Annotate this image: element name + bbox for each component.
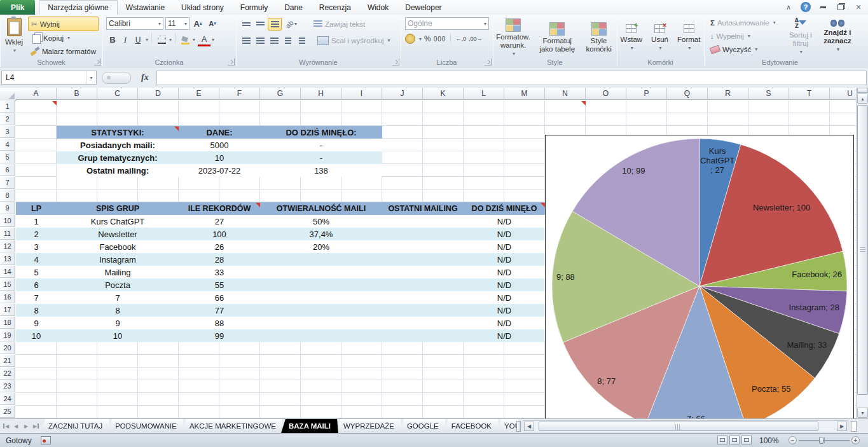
row-header-22[interactable]: 22 [0, 368, 15, 380]
vertical-scrollbar[interactable]: ▴ ▾ [856, 88, 868, 418]
cell[interactable]: N/D [464, 266, 545, 279]
cell[interactable]: 7 [16, 291, 57, 304]
sheet-tab-podsumowanie[interactable]: PODSUMOWANIE [107, 419, 184, 433]
column-header-u[interactable]: U [830, 88, 856, 100]
sheet-tab-wyprzeda-e[interactable]: WYPRZEDAŻE [336, 419, 402, 433]
cell[interactable]: 3 [16, 240, 57, 253]
grow-font-button[interactable]: A▴ [191, 18, 204, 29]
ribbon-tab-deweloper[interactable]: Deweloper [397, 0, 450, 15]
main-header-ostatni-mailing[interactable]: OSTATNI MAILING [382, 202, 464, 215]
cell[interactable]: 8 [57, 304, 179, 317]
accounting-dropdown-icon[interactable]: ▾ [419, 36, 422, 42]
scroll-right-button[interactable]: ▶ [837, 422, 847, 431]
underline-dropdown-icon[interactable]: ▾ [146, 37, 148, 43]
stats-label-cell[interactable]: Grup tematycznych: [57, 151, 179, 164]
cell[interactable]: 6 [16, 279, 57, 291]
cell[interactable]: 4 [16, 253, 57, 266]
ribbon-tab-uk-ad-strony[interactable]: Układ strony [173, 0, 232, 15]
row-header-11[interactable]: 11 [0, 228, 15, 240]
paste-button[interactable]: Wklej ▾ [0, 16, 28, 55]
column-header-r[interactable]: R [708, 88, 748, 100]
ribbon-tab-recenzja[interactable]: Recenzja [311, 0, 359, 15]
font-size-select[interactable]: 11 ▾ [165, 17, 189, 30]
stats-days-cell[interactable]: - [260, 151, 382, 164]
cell[interactable]: N/D [464, 279, 545, 291]
align-middle-button[interactable] [254, 18, 266, 30]
merge-center-button[interactable]: Scal i wyśrodkuj ▾ [315, 34, 392, 47]
cell[interactable]: Mailing [57, 266, 179, 279]
column-header-f[interactable]: F [219, 88, 260, 100]
cell[interactable]: N/D [464, 253, 545, 266]
dialog-launcher-number[interactable] [485, 58, 492, 65]
format-as-table-button[interactable]: Formatuj jako tabelę [536, 20, 578, 53]
cell[interactable]: N/D [464, 215, 545, 228]
underline-button[interactable]: U [132, 34, 144, 46]
cell[interactable] [382, 317, 464, 329]
cell[interactable]: 50% [260, 215, 382, 228]
cell[interactable]: Kurs ChatGPT [57, 215, 179, 228]
cell[interactable]: N/D [464, 317, 545, 329]
column-header-b[interactable]: B [57, 88, 97, 100]
column-header-p[interactable]: P [626, 88, 667, 100]
cell[interactable]: Instagram [57, 253, 179, 266]
sheet-tab-facebook[interactable]: FACEBOOK [444, 419, 499, 433]
cell[interactable] [382, 215, 464, 228]
fill-color-dropdown-icon[interactable]: ▾ [193, 37, 195, 43]
ribbon-tab-narz-dzia-g-wne[interactable]: Narzędzia główne [39, 0, 117, 15]
cell[interactable] [260, 317, 382, 329]
cell[interactable]: 10 [57, 329, 179, 342]
column-header-s[interactable]: S [748, 88, 789, 100]
vertical-split-handle[interactable] [857, 88, 868, 93]
cell[interactable]: 28 [179, 253, 260, 266]
stats-value-cell[interactable]: 2023-07-22 [179, 164, 260, 177]
scroll-left-button[interactable]: ◀ [524, 422, 534, 431]
cell[interactable]: 9 [16, 317, 57, 329]
fill-button[interactable]: ↓ Wypełnij ▾ [708, 29, 778, 43]
row-header-14[interactable]: 14 [0, 266, 15, 278]
bold-button[interactable]: B [106, 34, 119, 46]
row-header-13[interactable]: 13 [0, 253, 15, 265]
row-header-8[interactable]: 8 [0, 189, 15, 202]
cell-styles-button[interactable]: Style komórki [581, 20, 617, 53]
dialog-launcher-alignment[interactable] [392, 58, 399, 65]
increase-decimal-button[interactable]: ←,0 [455, 36, 466, 42]
cell[interactable]: 66 [179, 291, 260, 304]
cell[interactable]: 100 [179, 228, 260, 240]
row-header-2[interactable]: 2 [0, 113, 15, 125]
previous-sheet-button[interactable]: ◀ [11, 421, 20, 431]
row-header-6[interactable]: 6 [0, 164, 15, 176]
column-header-j[interactable]: J [382, 88, 423, 100]
number-format-select[interactable]: Ogólne ▾ [405, 17, 489, 30]
sheet-tab-google[interactable]: GOOGLE [399, 419, 446, 433]
scroll-down-button[interactable]: ▾ [857, 408, 868, 418]
column-header-g[interactable]: G [260, 88, 301, 100]
wrap-text-button[interactable]: Zawijaj tekst [311, 17, 368, 31]
cell[interactable]: 7 [57, 291, 179, 304]
align-top-button[interactable] [240, 18, 252, 30]
sheet-tab-zacznij-tutaj[interactable]: ZACZNIJ TUTAJ [41, 419, 110, 433]
cell[interactable] [260, 279, 382, 291]
find-select-button[interactable]: Znajdź i zaznacz ▾ [819, 16, 856, 53]
stats-days-cell[interactable]: - [260, 139, 382, 151]
zoom-slider-handle[interactable] [819, 437, 823, 444]
row-header-4[interactable]: 4 [0, 139, 15, 151]
column-header-i[interactable]: I [341, 88, 382, 100]
cell[interactable] [382, 266, 464, 279]
cell[interactable] [382, 304, 464, 317]
column-header-t[interactable]: T [789, 88, 830, 100]
horizontal-scroll-thumb[interactable] [539, 422, 818, 431]
vertical-scroll-thumb[interactable] [857, 105, 868, 395]
column-header-h[interactable]: H [301, 88, 341, 100]
cell[interactable]: 99 [179, 329, 260, 342]
cell[interactable]: 88 [179, 317, 260, 329]
delete-cells-button[interactable]: × Usuń ▾ [649, 22, 671, 52]
ribbon-tab-plik[interactable]: Plik [0, 0, 35, 15]
close-icon[interactable]: × [853, 3, 864, 12]
name-box-dropdown-icon[interactable]: ▾ [86, 71, 96, 84]
cell[interactable] [260, 253, 382, 266]
tab-area-resize-handle[interactable] [851, 421, 857, 432]
next-sheet-button[interactable]: ▶ [22, 421, 31, 431]
row-header-9[interactable]: 9 [0, 202, 15, 214]
row-header-10[interactable]: 10 [0, 215, 15, 227]
ribbon-tab-formu-y[interactable]: Formuły [232, 0, 276, 15]
